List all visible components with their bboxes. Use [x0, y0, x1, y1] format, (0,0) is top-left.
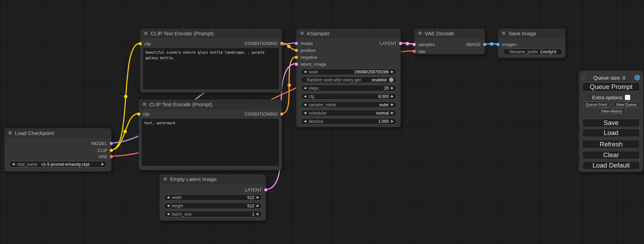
- node-load-checkpoint[interactable]: Load Checkpoint MODEL CLIP VAE ◀ ckpt_na…: [4, 128, 112, 172]
- collapse-dot-icon[interactable]: [418, 31, 422, 35]
- height-widget[interactable]: ◀ height 512 ▶: [164, 202, 262, 209]
- model-port-icon[interactable]: [110, 142, 113, 145]
- output-slot-latent[interactable]: LATENT: [380, 40, 402, 46]
- node-title-bar[interactable]: CLIP Text Encode (Prompt): [140, 29, 282, 38]
- save-button[interactable]: Save: [582, 119, 640, 127]
- output-slot-model[interactable]: MODEL: [91, 141, 113, 146]
- collapse-dot-icon[interactable]: [502, 31, 505, 35]
- input-slot-positive[interactable]: positive: [295, 47, 316, 53]
- prev-arrow-icon[interactable]: ◀: [304, 70, 306, 73]
- next-arrow-icon[interactable]: ▶: [257, 196, 259, 199]
- latent-port-icon[interactable]: [413, 43, 416, 46]
- input-slot-negative[interactable]: negative: [295, 54, 317, 60]
- output-slot-vae[interactable]: VAE: [99, 154, 113, 159]
- image-port-icon[interactable]: [496, 43, 500, 46]
- input-slot-images[interactable]: images: [496, 42, 517, 47]
- drag-handle-icon[interactable]: [582, 75, 585, 80]
- prev-arrow-icon[interactable]: ◀: [304, 87, 306, 90]
- node-title-bar[interactable]: CLIP Text Encode (Prompt): [139, 100, 282, 109]
- random-seed-widget[interactable]: Random seed after every gen enabled: [301, 76, 397, 83]
- node-clip-text-encode-negative[interactable]: CLIP Text Encode (Prompt) clip CONDITION…: [139, 99, 282, 170]
- collapse-dot-icon[interactable]: [8, 131, 12, 135]
- toggle-icon[interactable]: [389, 78, 394, 82]
- node-ksampler[interactable]: KSampler model positive negative latent_…: [296, 28, 401, 127]
- node-title-bar[interactable]: Empty Latent Image: [160, 174, 266, 184]
- queue-prompt-button[interactable]: Queue Prompt: [582, 82, 640, 91]
- queue-front-button[interactable]: Queue Front: [583, 101, 610, 107]
- load-button[interactable]: Load: [582, 129, 640, 137]
- node-title-bar[interactable]: Save Image: [498, 29, 565, 38]
- next-arrow-icon[interactable]: ▶: [391, 120, 394, 123]
- batch-size-widget[interactable]: ◀ batch_size 1 ▶: [164, 211, 262, 217]
- conditioning-port-icon[interactable]: [280, 112, 283, 116]
- output-slot-latent[interactable]: LATENT: [245, 187, 267, 192]
- refresh-button[interactable]: Refresh: [582, 140, 640, 148]
- prev-arrow-icon[interactable]: ◀: [304, 111, 306, 115]
- prev-arrow-icon[interactable]: ◀: [304, 95, 306, 98]
- next-arrow-icon[interactable]: ▶: [257, 204, 259, 207]
- input-slot-clip[interactable]: clip: [139, 41, 151, 46]
- image-port-icon[interactable]: [483, 43, 486, 46]
- next-arrow-icon[interactable]: ▶: [391, 70, 394, 73]
- prev-arrow-icon[interactable]: ◀: [304, 120, 306, 123]
- next-arrow-icon[interactable]: ▶: [391, 95, 394, 98]
- prev-arrow-icon[interactable]: ◀: [167, 204, 169, 207]
- output-slot-clip[interactable]: CLIP: [97, 147, 113, 153]
- output-slot-conditioning[interactable]: CONDITIONING: [245, 111, 283, 117]
- settings-gear-icon[interactable]: [634, 74, 641, 81]
- prompt-textarea[interactable]: text, watermark: [142, 119, 279, 166]
- load-default-button[interactable]: Load Default: [582, 161, 640, 170]
- output-slot-image[interactable]: IMAGE: [466, 42, 486, 47]
- prev-arrow-icon[interactable]: ◀: [12, 163, 15, 166]
- next-arrow-icon[interactable]: ▶: [257, 213, 259, 216]
- prev-arrow-icon[interactable]: ◀: [167, 196, 169, 199]
- conditioning-port-icon[interactable]: [280, 42, 283, 45]
- collapse-dot-icon[interactable]: [143, 102, 146, 106]
- model-port-icon[interactable]: [295, 42, 298, 45]
- next-arrow-icon[interactable]: ▶: [391, 103, 394, 106]
- scheduler-widget[interactable]: ◀ scheduler normal ▶: [301, 110, 397, 116]
- input-slot-model[interactable]: model: [295, 40, 312, 46]
- input-slot-clip[interactable]: clip: [137, 111, 150, 117]
- node-title-bar[interactable]: KSampler: [297, 29, 400, 38]
- conditioning-port-icon[interactable]: [295, 56, 298, 59]
- next-arrow-icon[interactable]: ▶: [391, 87, 394, 90]
- clip-port-icon[interactable]: [139, 42, 142, 45]
- latent-port-icon[interactable]: [295, 63, 298, 66]
- latent-port-icon[interactable]: [399, 42, 402, 45]
- collapse-dot-icon[interactable]: [300, 31, 304, 35]
- prev-arrow-icon[interactable]: ◀: [304, 103, 306, 106]
- ckpt-name-widget[interactable]: ◀ ckpt_name v1-5-pruned-emaonly.ckpt ▶: [9, 161, 107, 168]
- conditioning-port-icon[interactable]: [295, 49, 298, 52]
- sampler-name-widget[interactable]: ◀ sampler_name euler ▶: [301, 101, 397, 108]
- cfg-widget[interactable]: ◀ cfg 8.000 ▶: [301, 93, 397, 100]
- node-vae-decode[interactable]: VAE Decode samples vae IMAGE: [414, 28, 485, 54]
- view-queue-button[interactable]: View Queue: [612, 101, 640, 107]
- width-widget[interactable]: ◀ width 512 ▶: [164, 194, 262, 201]
- node-graph-canvas[interactable]: Load Checkpoint MODEL CLIP VAE ◀ ckpt_na…: [0, 0, 644, 244]
- node-clip-text-encode-positive[interactable]: CLIP Text Encode (Prompt) clip CONDITION…: [140, 28, 282, 93]
- latent-port-icon[interactable]: [264, 188, 267, 191]
- denoise-widget[interactable]: ◀ denoise 1.000 ▶: [301, 118, 397, 125]
- prompt-textarea[interactable]: beautiful scenery nature glass bottle la…: [143, 48, 279, 89]
- vae-port-icon[interactable]: [110, 155, 113, 158]
- node-title-bar[interactable]: VAE Decode: [414, 29, 485, 38]
- node-empty-latent-image[interactable]: Empty Latent Image LATENT ◀ width 512 ▶ …: [159, 174, 266, 221]
- clip-port-icon[interactable]: [137, 112, 140, 116]
- input-slot-latent-image[interactable]: latent_image: [295, 61, 326, 67]
- clip-port-icon[interactable]: [110, 149, 113, 152]
- steps-widget[interactable]: ◀ steps 20 ▶: [301, 85, 397, 91]
- view-history-button[interactable]: View History: [597, 108, 626, 114]
- prev-arrow-icon[interactable]: ◀: [167, 213, 169, 216]
- node-save-image[interactable]: Save Image images filename_prefix ComfyU…: [498, 28, 566, 58]
- next-arrow-icon[interactable]: ▶: [102, 163, 104, 166]
- output-slot-conditioning[interactable]: CONDITIONING: [245, 40, 283, 46]
- vae-port-icon[interactable]: [413, 50, 416, 53]
- node-title-bar[interactable]: Load Checkpoint: [5, 128, 111, 138]
- collapse-dot-icon[interactable]: [164, 177, 167, 181]
- next-arrow-icon[interactable]: ▶: [391, 111, 394, 115]
- seed-widget[interactable]: ◀ seed 156680208700286 ▶: [301, 69, 397, 75]
- clear-button[interactable]: Clear: [582, 151, 640, 159]
- input-slot-samples[interactable]: samples: [413, 42, 435, 47]
- extra-options-checkbox[interactable]: [625, 95, 630, 100]
